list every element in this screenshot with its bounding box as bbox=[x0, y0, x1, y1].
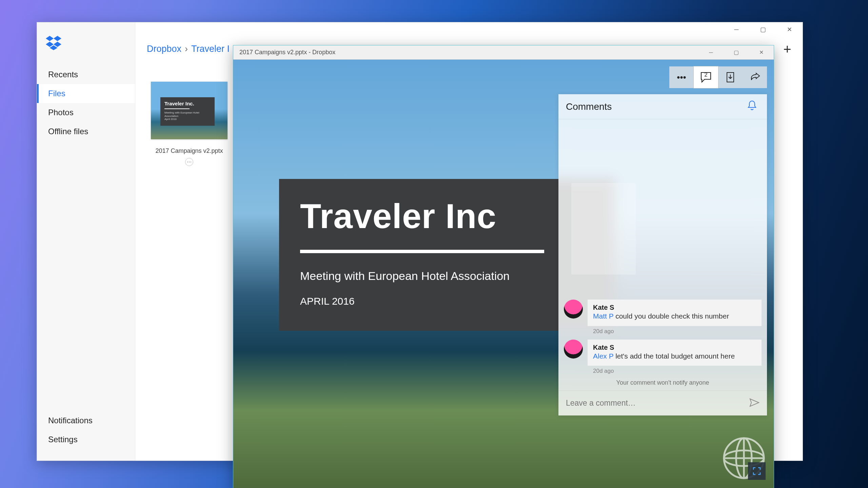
comment-mention[interactable]: Alex P bbox=[593, 352, 613, 360]
comment-item[interactable]: Kate S Alex P let's add the total budget… bbox=[564, 340, 762, 366]
svg-marker-0 bbox=[46, 36, 54, 41]
thumb-title: Traveler Inc. bbox=[164, 101, 211, 106]
comment-author: Kate S bbox=[593, 304, 756, 311]
download-button[interactable] bbox=[718, 66, 743, 88]
file-name-label: 2017 Campaigns v2.pptx bbox=[151, 147, 228, 155]
thumb-subtitle: Meeting with European Hotel Association bbox=[164, 111, 211, 118]
preview-window: 2017 Campaigns v2.pptx - Dropbox ─ ▢ ✕ •… bbox=[233, 45, 774, 488]
slide-date: APRIL 2016 bbox=[300, 296, 594, 307]
sidebar-item-recents[interactable]: Recents bbox=[37, 65, 135, 84]
dropbox-logo-icon bbox=[46, 35, 61, 50]
share-button[interactable] bbox=[743, 66, 767, 88]
slide-subtitle: Meeting with European Hotel Association bbox=[300, 269, 594, 283]
breadcrumb-root[interactable]: Dropbox bbox=[147, 44, 181, 54]
slide-divider bbox=[300, 250, 544, 253]
comments-header: Comments bbox=[558, 94, 767, 119]
more-button[interactable]: ••• bbox=[669, 66, 694, 88]
comment-timestamp: 20d ago bbox=[593, 368, 762, 374]
notify-note: Your comment won't notify anyone bbox=[564, 379, 762, 386]
preview-body: ••• 2 Traveler Inc Meeting with European… bbox=[233, 60, 774, 488]
comment-mention[interactable]: Matt P bbox=[593, 312, 613, 320]
fullscreen-toggle-button[interactable] bbox=[748, 462, 766, 480]
svg-marker-1 bbox=[54, 36, 61, 41]
comment-count: 2 bbox=[705, 72, 708, 78]
comment-input-bar bbox=[558, 390, 767, 415]
file-thumbnail-image: Traveler Inc. Meeting with European Hote… bbox=[151, 82, 228, 139]
comment-item[interactable]: Kate S Matt P could you double check thi… bbox=[564, 300, 762, 326]
comment-timestamp: 20d ago bbox=[593, 328, 762, 335]
preview-close-button[interactable]: ✕ bbox=[749, 45, 774, 60]
sidebar: Recents Files Photos Offline files Notif… bbox=[37, 22, 135, 461]
comment-body: could you double check this number bbox=[613, 312, 729, 320]
comment-thread: Kate S Matt P could you double check thi… bbox=[558, 293, 767, 390]
comments-toggle-button[interactable]: 2 bbox=[694, 66, 718, 88]
file-more-button[interactable]: ⋯ bbox=[185, 158, 193, 166]
preview-maximize-button[interactable]: ▢ bbox=[724, 45, 749, 60]
highlighted-region bbox=[571, 183, 636, 274]
comments-panel: Comments Kate S Matt P could you double … bbox=[558, 94, 767, 415]
breadcrumb-folder[interactable]: Traveler I bbox=[191, 44, 230, 54]
comment-input[interactable] bbox=[566, 399, 749, 408]
preview-minimize-button[interactable]: ─ bbox=[698, 45, 724, 60]
preview-titlebar: 2017 Campaigns v2.pptx - Dropbox ─ ▢ ✕ bbox=[233, 45, 774, 60]
file-thumbnail[interactable]: Traveler Inc. Meeting with European Hote… bbox=[151, 82, 228, 166]
sidebar-item-files[interactable]: Files bbox=[37, 84, 135, 103]
comments-header-label: Comments bbox=[566, 101, 612, 112]
sidebar-item-offline-files[interactable]: Offline files bbox=[37, 122, 135, 141]
thumb-date: April 2016 bbox=[164, 118, 211, 121]
sidebar-item-photos[interactable]: Photos bbox=[37, 103, 135, 122]
sidebar-item-notifications[interactable]: Notifications bbox=[37, 411, 135, 430]
breadcrumb-separator: › bbox=[185, 44, 188, 54]
add-icon[interactable]: + bbox=[782, 44, 792, 54]
sidebar-item-settings[interactable]: Settings bbox=[37, 430, 135, 449]
comment-author: Kate S bbox=[593, 344, 756, 351]
send-icon[interactable] bbox=[749, 398, 760, 408]
preview-toolbar: ••• 2 bbox=[669, 66, 767, 88]
notifications-bell-icon[interactable] bbox=[747, 100, 757, 113]
preview-window-title: 2017 Campaigns v2.pptx - Dropbox bbox=[239, 49, 335, 56]
comment-body: let's add the total budget amount here bbox=[613, 352, 735, 360]
avatar bbox=[564, 340, 583, 359]
slide-title: Traveler Inc bbox=[300, 197, 594, 236]
avatar bbox=[564, 300, 583, 319]
